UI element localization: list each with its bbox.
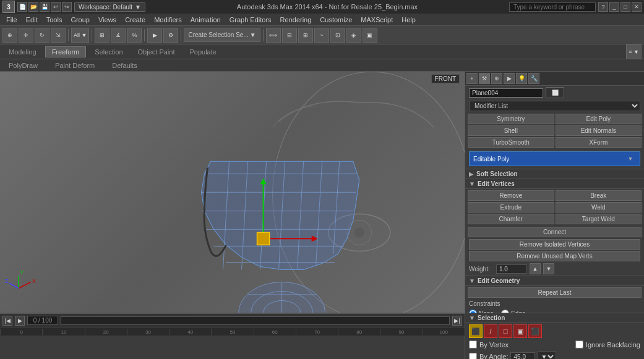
edge-select-icon[interactable]: / <box>484 324 497 338</box>
menu-edit[interactable]: Edit <box>22 15 41 24</box>
editable-poly-item[interactable]: Editable Poly ▼ <box>469 151 640 166</box>
object-color-btn[interactable]: ⬜ <box>546 87 564 98</box>
motion-panel-btn[interactable]: ▶ <box>504 73 515 84</box>
menu-rendering[interactable]: Rendering <box>277 15 316 24</box>
selection-header[interactable]: ▼ Selection <box>465 313 644 323</box>
open-icon[interactable]: 📂 <box>28 2 38 12</box>
prev-frame-btn[interactable]: |◀ <box>2 316 12 326</box>
scale-btn[interactable]: ⇲ <box>51 28 66 43</box>
by-angle-checkbox[interactable] <box>469 353 477 360</box>
menu-create[interactable]: Create <box>121 15 149 24</box>
weight-input[interactable] <box>496 264 527 274</box>
tab-object-paint[interactable]: Object Paint <box>132 47 181 57</box>
create-selection-dropdown[interactable]: Create Selection Se... ▼ <box>184 28 260 42</box>
menu-animation[interactable]: Animation <box>187 15 225 24</box>
move-btn[interactable]: ✛ <box>19 28 33 43</box>
menu-modifiers[interactable]: Modifiers <box>150 15 186 24</box>
align-btn[interactable]: ⊟ <box>282 28 297 43</box>
target-weld-btn[interactable]: Target Weld <box>556 214 642 224</box>
weld-btn[interactable]: Weld <box>556 202 642 213</box>
edit-geometry-header[interactable]: ▼ Edit Geometry <box>465 276 644 286</box>
soft-selection-header[interactable]: ▶ Soft Selection <box>465 169 644 179</box>
utilities-panel-btn[interactable]: 🔧 <box>528 73 539 84</box>
hierarchy-panel-btn[interactable]: ⊕ <box>491 73 502 84</box>
menu-tools[interactable]: Tools <box>43 15 66 24</box>
by-vertex-checkbox[interactable] <box>469 340 477 348</box>
tab-settings-btn[interactable]: ≡ ▼ <box>626 44 642 59</box>
chamfer-btn[interactable]: Chamfer <box>468 214 554 224</box>
time-display[interactable]: 0 / 100 <box>27 316 58 325</box>
weight-up-btn[interactable]: ▲ <box>530 263 541 274</box>
element-select-icon[interactable]: ⬛ <box>528 324 542 338</box>
undo-icon[interactable]: ↩ <box>51 2 61 12</box>
display-panel-btn[interactable]: 💡 <box>516 73 527 84</box>
menu-graph-editors[interactable]: Graph Editors <box>226 15 275 24</box>
radio-edge[interactable]: Edge <box>501 310 525 313</box>
search-input[interactable] <box>509 2 596 12</box>
maximize-icon[interactable]: □ <box>620 2 630 12</box>
repeat-last-btn[interactable]: Repeat Last <box>468 287 642 298</box>
extrude-btn[interactable]: Extrude <box>468 202 554 213</box>
reference-coord-dropdown[interactable]: All ▼ <box>71 28 89 43</box>
modifier-list-dropdown[interactable]: Modifier List <box>469 101 640 111</box>
tab-selection[interactable]: Selection <box>88 47 129 57</box>
angle-dropdown[interactable]: ▼ <box>538 351 556 359</box>
angle-snap-btn[interactable]: ∡ <box>111 28 126 43</box>
angle-input[interactable] <box>510 352 535 360</box>
menu-maxscript[interactable]: MAXScript <box>357 15 397 24</box>
menu-group[interactable]: Group <box>67 15 93 24</box>
3d-viewport[interactable]: X Y Z FRONT <box>0 72 465 313</box>
remove-unused-btn[interactable]: Remove Unused Map Verts <box>469 251 640 261</box>
tab-freeform[interactable]: Freeform <box>45 46 87 57</box>
curve-editor-btn[interactable]: ~ <box>314 28 329 43</box>
minimize-icon[interactable]: _ <box>609 2 619 12</box>
remove-isolated-btn[interactable]: Remove Isolated Vertices <box>469 239 640 250</box>
connect-btn[interactable]: Connect <box>468 227 642 237</box>
render-settings-btn[interactable]: ⚙ <box>163 28 178 43</box>
menu-file[interactable]: File <box>2 15 21 24</box>
remove-btn[interactable]: Remove <box>468 190 554 201</box>
modify-panel-btn[interactable]: ⚒ <box>479 73 490 84</box>
symmetry-btn[interactable]: Symmetry <box>468 114 554 124</box>
xform-btn[interactable]: XForm <box>556 137 642 148</box>
redo-icon[interactable]: ↪ <box>62 2 72 12</box>
turbosmooth-btn[interactable]: TurboSmooth <box>468 137 554 148</box>
edit-vertices-header[interactable]: ▼ Edit Vertices <box>465 179 644 189</box>
schematic-btn[interactable]: ⊡ <box>330 28 345 43</box>
rotate-btn[interactable]: ↻ <box>35 28 49 43</box>
mirror-btn[interactable]: ⟺ <box>266 28 281 43</box>
save-icon[interactable]: 💾 <box>40 2 49 12</box>
border-select-icon[interactable]: □ <box>499 324 512 338</box>
menu-views[interactable]: Views <box>95 15 120 24</box>
tab-populate[interactable]: Populate <box>183 47 222 57</box>
timeline-track[interactable] <box>61 316 450 325</box>
snap-btn[interactable]: ⊞ <box>95 28 109 43</box>
vertex-select-icon[interactable]: ⬛ <box>469 324 483 338</box>
workspace-dropdown[interactable]: Workspace: Default ▼ <box>74 2 145 12</box>
render-frame-btn[interactable]: ▣ <box>363 28 377 43</box>
render-btn[interactable]: ▶ <box>147 28 162 43</box>
material-btn[interactable]: ◈ <box>346 28 361 43</box>
ignore-backfacing-checkbox[interactable] <box>575 340 583 348</box>
new-icon[interactable]: 📄 <box>17 2 27 12</box>
create-panel-btn[interactable]: + <box>466 73 478 84</box>
viewport-label[interactable]: FRONT <box>431 74 460 83</box>
object-name-input[interactable] <box>469 88 543 98</box>
break-btn[interactable]: Break <box>556 190 642 201</box>
weight-down-btn[interactable]: ▼ <box>543 263 554 274</box>
layer-btn[interactable]: ⊞ <box>298 28 313 43</box>
modifier-options-icon[interactable]: ▼ <box>625 153 636 164</box>
tool-defaults[interactable]: Defaults <box>106 61 143 70</box>
tool-paint-deform[interactable]: Paint Deform <box>49 61 101 70</box>
menu-customize[interactable]: Customize <box>316 15 356 24</box>
close-icon[interactable]: ✕ <box>632 2 642 12</box>
help-icon[interactable]: ? <box>598 2 608 12</box>
radio-none[interactable]: None <box>469 310 494 313</box>
tool-polydraw[interactable]: PolyDraw <box>2 61 44 70</box>
edit-normals-btn[interactable]: Edit Normals <box>556 125 642 136</box>
select-mode-btn[interactable]: ⊕ <box>2 28 17 43</box>
menu-help[interactable]: Help <box>398 15 419 24</box>
polygon-select-icon[interactable]: ▣ <box>513 324 527 338</box>
shell-btn[interactable]: Shell <box>468 125 554 136</box>
next-frame-btn[interactable]: ▶| <box>452 316 462 326</box>
